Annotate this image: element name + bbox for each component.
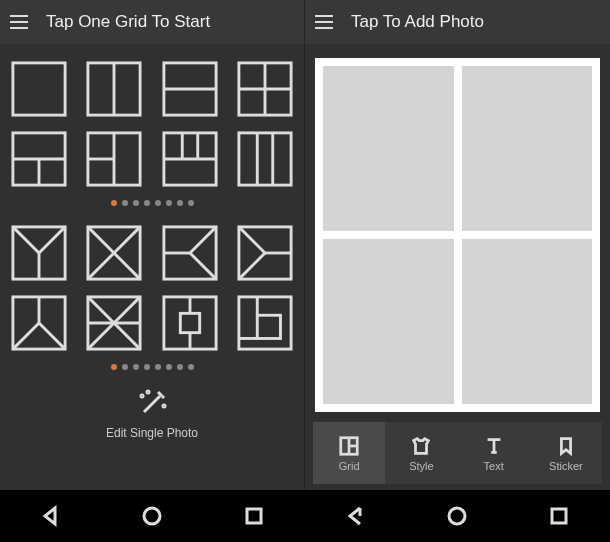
edit-single-photo-button[interactable]: Edit Single Photo (0, 388, 304, 440)
page-dots-2 (10, 364, 294, 370)
dot[interactable] (111, 364, 117, 370)
tool-sticker[interactable]: Sticker (530, 422, 602, 484)
recent-button[interactable] (547, 504, 571, 528)
svg-line-40 (39, 323, 65, 349)
svg-line-28 (88, 253, 114, 279)
home-button[interactable] (445, 504, 469, 528)
android-nav-bars (0, 490, 610, 542)
home-button[interactable] (140, 504, 164, 528)
grid-icon (338, 435, 360, 457)
tool-label: Style (409, 460, 433, 472)
svg-point-71 (449, 508, 465, 524)
svg-line-39 (13, 323, 39, 349)
svg-rect-69 (247, 509, 261, 523)
dot[interactable] (122, 364, 128, 370)
grid-tri-down[interactable] (10, 294, 68, 352)
svg-point-60 (147, 391, 149, 393)
grid-envelope[interactable] (85, 294, 143, 352)
tool-style[interactable]: Style (385, 422, 457, 484)
svg-line-45 (88, 323, 114, 349)
dot[interactable] (133, 200, 139, 206)
grid-page-2 (0, 220, 304, 384)
tool-grid[interactable]: Grid (313, 422, 385, 484)
svg-point-61 (163, 405, 165, 407)
menu-icon[interactable] (10, 10, 34, 34)
grid-quad[interactable] (236, 60, 294, 118)
dot[interactable] (188, 364, 194, 370)
svg-line-36 (239, 253, 265, 279)
left-title: Tap One Grid To Start (46, 12, 210, 32)
back-button[interactable] (39, 504, 63, 528)
page-dots-1 (10, 200, 294, 206)
right-screen: Tap To Add Photo Grid Style (305, 0, 610, 490)
shirt-icon (410, 435, 432, 457)
dot[interactable] (155, 364, 161, 370)
grid-tri-x[interactable] (85, 224, 143, 282)
grid-t-top[interactable] (10, 130, 68, 188)
grid-h-split[interactable] (161, 60, 219, 118)
left-screen: Tap One Grid To Start (0, 0, 305, 490)
svg-line-44 (114, 297, 140, 323)
dot[interactable] (122, 200, 128, 206)
grid-single[interactable] (10, 60, 68, 118)
menu-icon[interactable] (315, 10, 339, 34)
tool-label: Grid (339, 460, 360, 472)
svg-line-56 (144, 396, 160, 412)
svg-line-46 (114, 323, 140, 349)
dot[interactable] (111, 200, 117, 206)
right-topbar: Tap To Add Photo (305, 0, 610, 44)
grid-t-left[interactable] (85, 130, 143, 188)
dot[interactable] (133, 364, 139, 370)
dot[interactable] (166, 200, 172, 206)
canvas-cell[interactable] (323, 239, 454, 404)
grid-v-split[interactable] (85, 60, 143, 118)
canvas-cell[interactable] (323, 66, 454, 231)
tool-text[interactable]: Text (458, 422, 530, 484)
svg-rect-0 (13, 63, 65, 115)
grid-cols3[interactable] (236, 130, 294, 188)
svg-line-31 (190, 227, 216, 253)
svg-rect-49 (180, 313, 199, 332)
grid-frame-center[interactable] (161, 294, 219, 352)
svg-point-68 (144, 508, 160, 524)
grid-frame-corner[interactable] (236, 294, 294, 352)
svg-line-29 (114, 253, 140, 279)
magic-wand-icon (136, 388, 168, 420)
magic-label: Edit Single Photo (106, 426, 198, 440)
svg-line-26 (88, 227, 114, 253)
dot[interactable] (177, 200, 183, 206)
nav-right (305, 490, 610, 542)
svg-line-22 (13, 227, 39, 253)
svg-line-23 (39, 227, 65, 253)
svg-rect-18 (239, 133, 291, 185)
photo-canvas[interactable] (315, 58, 600, 412)
bookmark-icon (555, 435, 577, 457)
grid-tri-left[interactable] (236, 224, 294, 282)
dot[interactable] (166, 364, 172, 370)
svg-line-58 (162, 396, 164, 398)
right-title: Tap To Add Photo (351, 12, 484, 32)
svg-line-32 (190, 253, 216, 279)
grid-t-grid[interactable] (161, 130, 219, 188)
grid-tri-right[interactable] (161, 224, 219, 282)
svg-line-27 (114, 227, 140, 253)
canvas-cell[interactable] (462, 66, 593, 231)
dot[interactable] (144, 200, 150, 206)
grid-tri-up[interactable] (10, 224, 68, 282)
nav-left (0, 490, 305, 542)
left-topbar: Tap One Grid To Start (0, 0, 304, 44)
dot[interactable] (144, 364, 150, 370)
dot[interactable] (188, 200, 194, 206)
tool-label: Sticker (549, 460, 583, 472)
bottom-toolbar: Grid Style Text Sticker (313, 422, 602, 484)
svg-rect-52 (239, 297, 291, 349)
recent-button[interactable] (242, 504, 266, 528)
back-button[interactable] (344, 504, 368, 528)
svg-line-35 (239, 227, 265, 253)
svg-rect-72 (552, 509, 566, 523)
svg-rect-53 (257, 315, 280, 338)
dot[interactable] (177, 364, 183, 370)
dot[interactable] (155, 200, 161, 206)
canvas-cell[interactable] (462, 239, 593, 404)
svg-point-59 (141, 395, 143, 397)
